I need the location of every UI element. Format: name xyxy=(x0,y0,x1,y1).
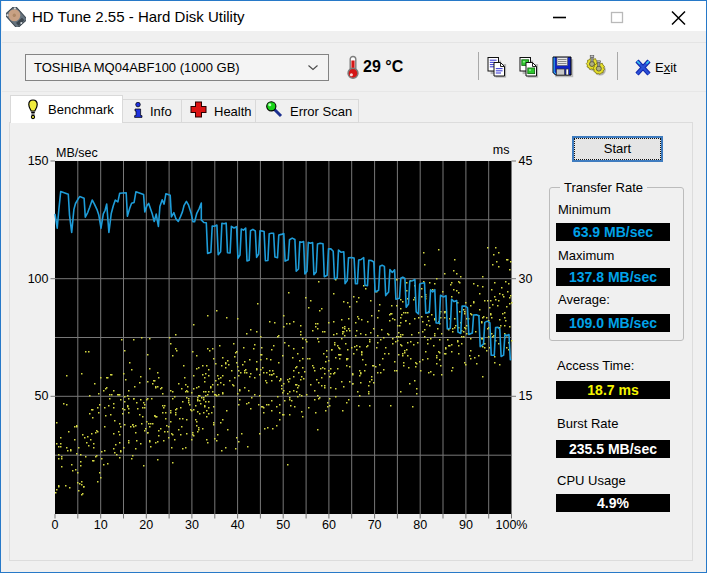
svg-text:100%: 100% xyxy=(496,518,528,532)
svg-text:50: 50 xyxy=(276,518,290,532)
svg-text:30: 30 xyxy=(185,518,199,532)
svg-text:90: 90 xyxy=(459,518,473,532)
svg-text:40: 40 xyxy=(231,518,245,532)
svg-text:150: 150 xyxy=(28,154,49,168)
svg-text:45: 45 xyxy=(519,154,533,168)
svg-text:100: 100 xyxy=(28,272,49,286)
svg-text:10: 10 xyxy=(94,518,108,532)
svg-text:60: 60 xyxy=(322,518,336,532)
svg-text:0: 0 xyxy=(52,518,59,532)
svg-text:70: 70 xyxy=(368,518,382,532)
svg-text:MB/sec: MB/sec xyxy=(56,146,98,160)
svg-text:50: 50 xyxy=(35,389,49,403)
svg-text:30: 30 xyxy=(519,272,533,286)
svg-text:ms: ms xyxy=(493,143,510,157)
svg-text:15: 15 xyxy=(519,389,533,403)
svg-text:20: 20 xyxy=(139,518,153,532)
svg-text:80: 80 xyxy=(413,518,427,532)
